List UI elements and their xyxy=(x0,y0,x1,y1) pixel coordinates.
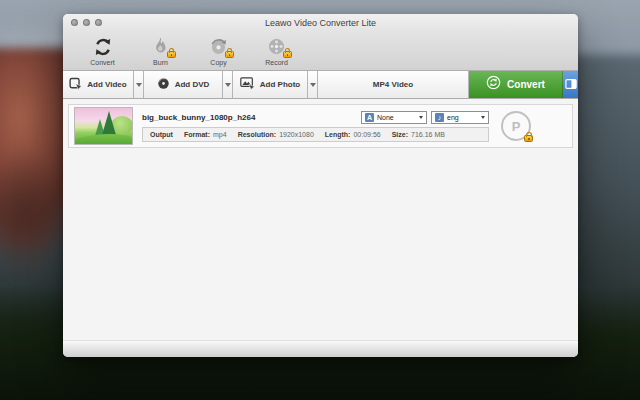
window-controls xyxy=(71,19,102,26)
wallpaper-red-mountain-base xyxy=(0,150,70,280)
chevron-down-icon xyxy=(481,116,485,119)
video-thumbnail xyxy=(74,107,133,145)
file-row[interactable]: big_buck_bunny_1080p_h264 A None ♪ eng xyxy=(68,104,573,148)
minimize-button[interactable] xyxy=(83,19,90,26)
subtitle-select[interactable]: A None xyxy=(361,111,427,124)
format-label: Format: xyxy=(184,131,210,138)
toolbar-record-label: Record xyxy=(265,59,288,66)
record-disc-icon xyxy=(264,35,290,58)
toolbar-copy-label: Copy xyxy=(210,59,226,66)
thumbnail-tree xyxy=(102,111,116,135)
add-video-icon xyxy=(69,76,82,94)
file-list: big_buck_bunny_1080p_h264 A None ♪ eng xyxy=(63,99,578,340)
add-photo-icon xyxy=(240,76,255,94)
output-pair: Output xyxy=(150,131,173,138)
size-pair: Size: 716.16 MB xyxy=(392,131,445,138)
output-profile-button[interactable]: MP4 Video xyxy=(318,71,469,98)
convert-action-icon xyxy=(486,75,501,94)
size-value: 716.16 MB xyxy=(411,131,445,138)
output-label: Output xyxy=(150,131,173,138)
file-info: big_buck_bunny_1080p_h264 A None ♪ eng xyxy=(142,111,489,142)
add-dvd-button[interactable]: Add DVD xyxy=(144,71,223,98)
lock-icon xyxy=(167,51,176,58)
add-dvd-icon xyxy=(157,76,170,94)
convert-button[interactable]: Convert xyxy=(469,71,563,98)
toolbar-record[interactable]: Record xyxy=(253,35,300,66)
add-video-button[interactable]: Add Video xyxy=(63,71,134,98)
length-pair: Length: 00:09:56 xyxy=(325,131,381,138)
window-title: Leawo Video Converter Lite xyxy=(265,18,376,28)
burn-flame-icon xyxy=(148,35,174,58)
length-label: Length: xyxy=(325,131,351,138)
title-bar: Leawo Video Converter Lite xyxy=(63,14,578,31)
toolbar-convert-label: Convert xyxy=(90,59,115,66)
output-profile-label: MP4 Video xyxy=(373,80,413,89)
add-dvd-dropdown[interactable] xyxy=(223,71,233,98)
panel-toggle-button[interactable] xyxy=(563,71,578,98)
resolution-value: 1920x1080 xyxy=(279,131,314,138)
zoom-button[interactable] xyxy=(95,19,102,26)
resolution-label: Resolution: xyxy=(238,131,277,138)
edit-profile-button[interactable]: P xyxy=(501,111,531,141)
chevron-down-icon xyxy=(310,83,316,87)
lock-icon xyxy=(524,135,533,142)
add-dvd-label: Add DVD xyxy=(175,80,210,89)
toolbar-burn[interactable]: Burn xyxy=(137,35,184,66)
main-toolbar: Convert Burn Copy xyxy=(63,31,578,71)
resolution-pair: Resolution: 1920x1080 xyxy=(238,131,314,138)
add-photo-button[interactable]: Add Photo xyxy=(233,71,308,98)
convert-button-label: Convert xyxy=(507,79,545,90)
add-photo-dropdown[interactable] xyxy=(308,71,318,98)
convert-sync-icon xyxy=(90,35,116,58)
lock-icon xyxy=(225,51,234,58)
panel-toggle-icon xyxy=(565,76,577,94)
chevron-down-icon xyxy=(225,83,231,87)
close-button[interactable] xyxy=(71,19,78,26)
toolbar-burn-label: Burn xyxy=(153,59,168,66)
edit-profile-icon: P xyxy=(512,120,521,133)
action-bar: Add Video Add DVD xyxy=(63,71,578,99)
add-video-dropdown[interactable] xyxy=(134,71,144,98)
add-photo-label: Add Photo xyxy=(260,80,300,89)
chevron-down-icon xyxy=(419,116,423,119)
status-bar xyxy=(63,340,578,357)
audio-value: eng xyxy=(447,114,478,121)
length-value: 00:09:56 xyxy=(353,131,380,138)
app-window: Leawo Video Converter Lite Convert xyxy=(63,14,578,357)
chevron-down-icon xyxy=(136,83,142,87)
toolbar-convert[interactable]: Convert xyxy=(79,35,126,66)
copy-disc-icon xyxy=(206,35,232,58)
file-details-strip: Output Format: mp4 Resolution: 1920x1080… xyxy=(142,127,489,142)
subtitle-icon: A xyxy=(365,113,374,122)
format-pair: Format: mp4 xyxy=(184,131,227,138)
toolbar-copy[interactable]: Copy xyxy=(195,35,242,66)
file-name-line: big_buck_bunny_1080p_h264 A None ♪ eng xyxy=(142,111,489,124)
size-label: Size: xyxy=(392,131,408,138)
file-name: big_buck_bunny_1080p_h264 xyxy=(142,113,361,122)
audio-track-select[interactable]: ♪ eng xyxy=(431,111,489,124)
add-video-label: Add Video xyxy=(87,80,126,89)
format-value: mp4 xyxy=(213,131,227,138)
thumbnail-hill xyxy=(74,134,133,145)
audio-icon: ♪ xyxy=(435,113,444,122)
lock-icon xyxy=(283,51,292,58)
subtitle-value: None xyxy=(377,114,416,121)
